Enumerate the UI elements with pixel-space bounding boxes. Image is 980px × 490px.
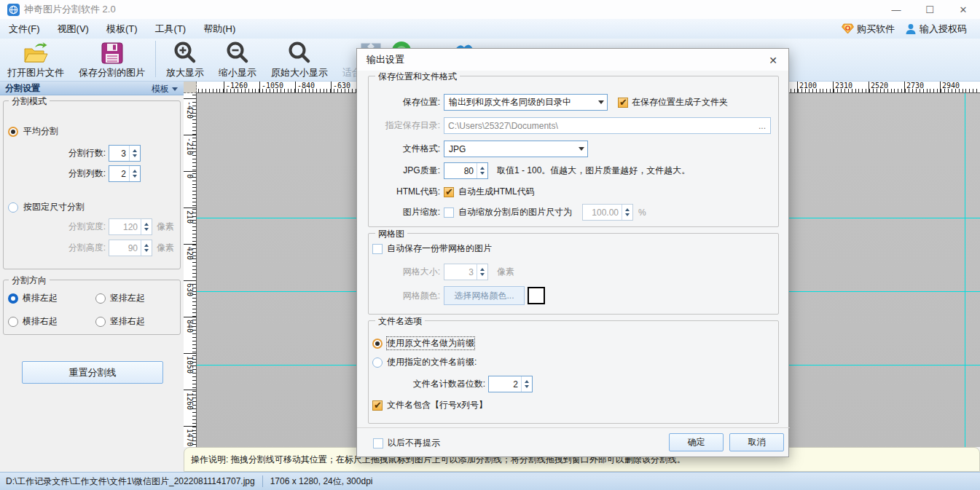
file-format-label: 文件格式: [357, 143, 440, 155]
counter-digits-label: 文件名计数器位数: [357, 378, 485, 390]
choose-grid-color-button[interactable]: 选择网格颜色... [444, 286, 525, 305]
menu-help[interactable]: 帮助(H) [195, 20, 244, 39]
v-ruler-label: -210 [186, 138, 194, 155]
spinner-arrows-icon[interactable] [477, 264, 487, 280]
split-mode-group: 分割模式 平均分割 分割行数: 3 分割列数: 2 [3, 100, 181, 269]
open-folder-icon [22, 41, 50, 66]
original-size-button[interactable]: 原始大小显示 [264, 39, 335, 79]
direction-radio-lr[interactable] [8, 293, 18, 304]
cancel-button[interactable]: 取消 [729, 433, 784, 451]
v-ruler-label: 1470 [186, 429, 194, 446]
save-split-images-button[interactable]: 保存分割的图片 [71, 39, 152, 79]
average-split-radio[interactable] [8, 127, 18, 137]
split-height-spinner[interactable]: 90 [109, 240, 152, 256]
html-code-checkbox[interactable] [444, 187, 454, 197]
v-ruler-label: -420 [186, 101, 194, 119]
dont-show-again-checkbox[interactable] [373, 438, 383, 448]
browse-button[interactable]: ... [758, 121, 766, 131]
html-code-label: HTML代码: [357, 186, 440, 198]
jpg-quality-label: JPG质量: [357, 165, 440, 177]
menu-view[interactable]: 视图(V) [49, 20, 98, 39]
h-ruler-label: -1050 [262, 82, 283, 90]
spinner-arrows-icon[interactable] [129, 166, 140, 181]
menu-tools[interactable]: 工具(T) [146, 20, 195, 39]
v-ruler-label: 420 [186, 247, 194, 260]
split-line[interactable] [965, 93, 965, 447]
include-rowcol-checkbox[interactable] [372, 400, 383, 411]
grid-color-swatch [528, 287, 545, 304]
vertical-ruler[interactable]: -420-2100210420630840105012601470 [184, 93, 197, 447]
direction-radio-tb-right[interactable] [95, 317, 106, 327]
save-location-select[interactable]: 输出到和原文件名同级的目录中 [444, 94, 608, 111]
dont-show-again-label: 以后不再提示 [388, 437, 440, 449]
zoom-in-icon [173, 41, 197, 66]
spinner-arrows-icon[interactable] [521, 376, 532, 392]
percent-unit-label: % [638, 208, 646, 218]
reset-split-lines-button[interactable]: 重置分割线 [22, 361, 163, 384]
direction-radio-tb-left[interactable] [95, 293, 106, 304]
save-grid-checkbox[interactable] [372, 244, 383, 254]
direction-radio-rl[interactable] [8, 317, 18, 327]
fixed-size-split-label: 按固定尺寸分割 [23, 201, 85, 213]
include-rowcol-checkbox-label: 文件名包含【行号x列号】 [387, 399, 487, 411]
user-icon [905, 23, 917, 35]
h-ruler-label: -1260 [226, 82, 248, 90]
v-ruler-label: 210 [186, 210, 194, 224]
chevron-down-icon [172, 87, 178, 91]
zoom-in-button[interactable]: 放大显示 [159, 39, 211, 79]
split-direction-group: 分割方向 横排左起 竖排左起 横排右起 竖排右起 [3, 280, 181, 335]
jpg-quality-spinner[interactable]: 80 [444, 162, 488, 179]
maximize-button[interactable]: ☐ [913, 0, 946, 19]
split-settings-panel: 分割设置 模板 分割模式 平均分割 分割行数: 3 分割列数: [0, 82, 184, 472]
spinner-arrows-icon[interactable] [141, 240, 152, 256]
spinner-arrows-icon[interactable] [622, 205, 632, 220]
app-window: 神奇图片分割软件 2.0 — ☐ ✕ 文件(F) 视图(V) 模板(T) 工具(… [0, 0, 980, 490]
image-scale-checkbox[interactable] [444, 208, 454, 218]
image-scale-spinner[interactable]: 100.00 [582, 204, 633, 221]
enter-license-button[interactable]: 输入授权码 [920, 23, 967, 36]
grid-color-label: 网格颜色: [357, 290, 440, 302]
minimize-button[interactable]: — [879, 0, 913, 19]
title-bar: 神奇图片分割软件 2.0 — ☐ ✕ [0, 0, 980, 19]
v-ruler-label: 840 [186, 320, 194, 333]
subfolder-checkbox[interactable] [618, 98, 628, 108]
open-image-button[interactable]: 打开图片文件 [0, 39, 71, 79]
menu-template[interactable]: 模板(T) [98, 20, 146, 39]
save-dir-input[interactable]: C:\Users\25327\Documents\ ... [444, 117, 771, 134]
use-original-name-radio[interactable] [372, 339, 383, 349]
zoom-out-button[interactable]: 缩小显示 [211, 39, 264, 79]
h-ruler-label: -840 [297, 82, 315, 90]
cols-spinner[interactable]: 2 [109, 165, 141, 182]
app-logo-icon [7, 4, 20, 16]
average-split-label: 平均分割 [23, 125, 58, 138]
use-custom-name-radio[interactable] [372, 357, 383, 368]
spinner-arrows-icon[interactable] [141, 219, 152, 234]
panel-header: 分割设置 模板 [0, 82, 184, 95]
fixed-size-split-radio[interactable] [8, 202, 18, 213]
save-group-label: 保存位置和文件格式 [375, 71, 460, 83]
template-dropdown-button[interactable]: 模板 [152, 83, 178, 95]
close-button[interactable]: ✕ [946, 0, 980, 19]
h-ruler-label: 2310 [835, 82, 852, 90]
file-format-select[interactable]: JPG [444, 141, 588, 157]
v-ruler-label: 1260 [186, 392, 194, 410]
html-code-checkbox-label: 自动生成HTML代码 [458, 186, 535, 198]
split-width-spinner[interactable]: 120 [109, 218, 152, 235]
pixel-unit-label: 像素 [157, 221, 174, 233]
buy-software-button[interactable]: 购买软件 [857, 23, 895, 36]
spinner-arrows-icon[interactable] [129, 146, 140, 161]
spinner-arrows-icon[interactable] [477, 163, 487, 178]
rows-spinner[interactable]: 3 [109, 145, 141, 162]
save-grid-checkbox-label: 自动保存一份带网格的图片 [387, 242, 492, 255]
ok-button[interactable]: 确定 [669, 433, 724, 451]
ruler-corner [184, 82, 197, 93]
dialog-close-button[interactable]: ✕ [765, 52, 781, 68]
counter-digits-spinner[interactable]: 2 [488, 376, 533, 392]
filename-group-label: 文件名选项 [375, 315, 425, 328]
floppy-disk-icon [101, 41, 123, 66]
grid-size-spinner[interactable]: 3 [444, 264, 488, 280]
h-ruler-label: -630 [333, 82, 350, 90]
window-title: 神奇图片分割软件 2.0 [24, 3, 116, 16]
dialog-title-bar[interactable]: 输出设置 ✕ [357, 49, 788, 71]
menu-file[interactable]: 文件(F) [0, 20, 49, 39]
